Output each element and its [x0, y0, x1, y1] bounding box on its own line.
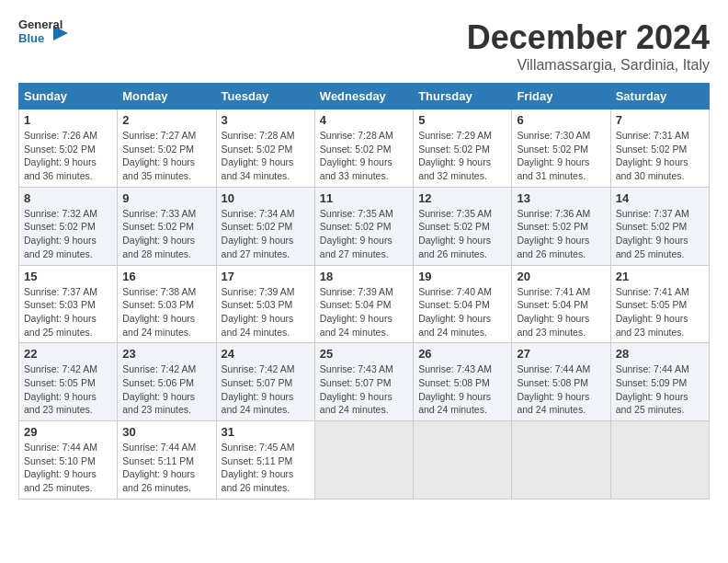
day-number: 28: [616, 347, 704, 361]
calendar-cell: 24Sunrise: 7:42 AM Sunset: 5:07 PM Dayli…: [216, 343, 314, 421]
logo: General Blue: [18, 18, 68, 57]
calendar-cell: 7Sunrise: 7:31 AM Sunset: 5:02 PM Daylig…: [610, 109, 709, 188]
calendar-cell: [512, 421, 610, 500]
day-number: 1: [24, 113, 112, 127]
day-info: Sunrise: 7:39 AM Sunset: 5:03 PM Dayligh…: [222, 285, 310, 339]
day-number: 14: [616, 191, 704, 205]
day-info: Sunrise: 7:37 AM Sunset: 5:03 PM Dayligh…: [24, 285, 112, 339]
calendar-cell: 27Sunrise: 7:44 AM Sunset: 5:08 PM Dayli…: [512, 343, 610, 421]
calendar-cell: 19Sunrise: 7:40 AM Sunset: 5:04 PM Dayli…: [414, 265, 512, 343]
calendar-cell: 12Sunrise: 7:35 AM Sunset: 5:02 PM Dayli…: [414, 187, 512, 265]
day-number: 4: [320, 113, 408, 127]
calendar-cell: 8Sunrise: 7:32 AM Sunset: 5:02 PM Daylig…: [19, 187, 118, 265]
day-number: 9: [122, 191, 210, 205]
calendar-cell: 31Sunrise: 7:45 AM Sunset: 5:11 PM Dayli…: [216, 421, 314, 500]
calendar-cell: 26Sunrise: 7:43 AM Sunset: 5:08 PM Dayli…: [414, 343, 512, 421]
day-number: 20: [517, 270, 605, 283]
calendar-cell: 1Sunrise: 7:26 AM Sunset: 5:02 PM Daylig…: [19, 109, 118, 188]
calendar-cell: 11Sunrise: 7:35 AM Sunset: 5:02 PM Dayli…: [314, 187, 413, 265]
day-info: Sunrise: 7:35 AM Sunset: 5:02 PM Dayligh…: [418, 207, 506, 261]
day-number: 13: [517, 191, 605, 205]
calendar-cell: 15Sunrise: 7:37 AM Sunset: 5:03 PM Dayli…: [19, 265, 118, 343]
day-number: 11: [320, 191, 408, 205]
calendar-header: SundayMondayTuesdayWednesdayThursdayFrid…: [19, 84, 710, 109]
day-number: 15: [24, 270, 112, 283]
day-info: Sunrise: 7:27 AM Sunset: 5:02 PM Dayligh…: [122, 129, 210, 183]
weekday-header-wednesday: Wednesday: [314, 84, 413, 109]
calendar-week-row: 22Sunrise: 7:42 AM Sunset: 5:05 PM Dayli…: [19, 343, 710, 421]
day-number: 8: [24, 191, 112, 205]
day-number: 22: [24, 347, 112, 361]
calendar-cell: 23Sunrise: 7:42 AM Sunset: 5:06 PM Dayli…: [118, 343, 216, 421]
day-info: Sunrise: 7:43 AM Sunset: 5:08 PM Dayligh…: [418, 362, 506, 417]
header-area: General Blue December 2024 Villamassargi…: [18, 18, 710, 74]
day-number: 31: [222, 425, 310, 439]
calendar-cell: 2Sunrise: 7:27 AM Sunset: 5:02 PM Daylig…: [118, 109, 216, 188]
day-info: Sunrise: 7:37 AM Sunset: 5:02 PM Dayligh…: [616, 207, 704, 261]
weekday-header-monday: Monday: [118, 84, 216, 109]
calendar-cell: 13Sunrise: 7:36 AM Sunset: 5:02 PM Dayli…: [512, 187, 610, 265]
calendar-cell: 30Sunrise: 7:44 AM Sunset: 5:11 PM Dayli…: [118, 421, 216, 500]
calendar-week-row: 29Sunrise: 7:44 AM Sunset: 5:10 PM Dayli…: [19, 421, 710, 500]
calendar-cell: 29Sunrise: 7:44 AM Sunset: 5:10 PM Dayli…: [19, 421, 118, 500]
calendar-cell: 14Sunrise: 7:37 AM Sunset: 5:02 PM Dayli…: [610, 187, 709, 265]
calendar-cell: 5Sunrise: 7:29 AM Sunset: 5:02 PM Daylig…: [414, 109, 512, 188]
day-number: 25: [320, 347, 408, 361]
day-info: Sunrise: 7:34 AM Sunset: 5:02 PM Dayligh…: [222, 207, 310, 261]
day-number: 21: [616, 270, 704, 283]
day-info: Sunrise: 7:28 AM Sunset: 5:02 PM Dayligh…: [320, 129, 408, 183]
day-info: Sunrise: 7:42 AM Sunset: 5:05 PM Dayligh…: [24, 362, 112, 417]
day-info: Sunrise: 7:40 AM Sunset: 5:04 PM Dayligh…: [418, 285, 506, 339]
calendar-cell: 16Sunrise: 7:38 AM Sunset: 5:03 PM Dayli…: [118, 265, 216, 343]
calendar-cell: 20Sunrise: 7:41 AM Sunset: 5:04 PM Dayli…: [512, 265, 610, 343]
calendar-cell: 21Sunrise: 7:41 AM Sunset: 5:05 PM Dayli…: [610, 265, 709, 343]
day-info: Sunrise: 7:28 AM Sunset: 5:02 PM Dayligh…: [222, 129, 310, 183]
day-number: 30: [122, 425, 210, 439]
day-info: Sunrise: 7:44 AM Sunset: 5:08 PM Dayligh…: [517, 362, 605, 417]
day-number: 2: [122, 113, 210, 127]
day-info: Sunrise: 7:39 AM Sunset: 5:04 PM Dayligh…: [320, 285, 408, 339]
day-number: 3: [222, 113, 310, 127]
day-info: Sunrise: 7:42 AM Sunset: 5:07 PM Dayligh…: [222, 362, 310, 417]
weekday-header-friday: Friday: [512, 84, 610, 109]
day-info: Sunrise: 7:38 AM Sunset: 5:03 PM Dayligh…: [122, 285, 210, 339]
day-info: Sunrise: 7:44 AM Sunset: 5:10 PM Dayligh…: [24, 441, 112, 495]
weekday-header-saturday: Saturday: [610, 84, 709, 109]
day-number: 17: [222, 270, 310, 283]
day-number: 5: [418, 113, 506, 127]
day-number: 19: [418, 270, 506, 283]
calendar-week-row: 8Sunrise: 7:32 AM Sunset: 5:02 PM Daylig…: [19, 187, 710, 265]
day-number: 18: [320, 270, 408, 283]
calendar-cell: 3Sunrise: 7:28 AM Sunset: 5:02 PM Daylig…: [216, 109, 314, 188]
day-info: Sunrise: 7:26 AM Sunset: 5:02 PM Dayligh…: [24, 129, 112, 183]
calendar-cell: 17Sunrise: 7:39 AM Sunset: 5:03 PM Dayli…: [216, 265, 314, 343]
calendar-cell: 18Sunrise: 7:39 AM Sunset: 5:04 PM Dayli…: [314, 265, 413, 343]
day-info: Sunrise: 7:31 AM Sunset: 5:02 PM Dayligh…: [616, 129, 704, 183]
day-number: 26: [418, 347, 506, 361]
title-area: December 2024 Villamassargia, Sardinia, …: [467, 18, 710, 74]
calendar-body: 1Sunrise: 7:26 AM Sunset: 5:02 PM Daylig…: [19, 109, 710, 500]
calendar-table: SundayMondayTuesdayWednesdayThursdayFrid…: [18, 83, 710, 500]
calendar-cell: 6Sunrise: 7:30 AM Sunset: 5:02 PM Daylig…: [512, 109, 610, 188]
logo-text-general: General: [18, 18, 51, 32]
day-info: Sunrise: 7:42 AM Sunset: 5:06 PM Dayligh…: [122, 362, 210, 417]
day-number: 27: [517, 347, 605, 361]
calendar-cell: 9Sunrise: 7:33 AM Sunset: 5:02 PM Daylig…: [118, 187, 216, 265]
day-info: Sunrise: 7:41 AM Sunset: 5:05 PM Dayligh…: [616, 285, 704, 339]
calendar-cell: 22Sunrise: 7:42 AM Sunset: 5:05 PM Dayli…: [19, 343, 118, 421]
calendar-cell: 25Sunrise: 7:43 AM Sunset: 5:07 PM Dayli…: [314, 343, 413, 421]
day-info: Sunrise: 7:45 AM Sunset: 5:11 PM Dayligh…: [222, 441, 310, 495]
day-info: Sunrise: 7:44 AM Sunset: 5:11 PM Dayligh…: [122, 441, 210, 495]
day-number: 23: [122, 347, 210, 361]
day-info: Sunrise: 7:36 AM Sunset: 5:02 PM Dayligh…: [517, 207, 605, 261]
weekday-header-thursday: Thursday: [414, 84, 512, 109]
day-number: 6: [517, 113, 605, 127]
calendar-cell: [414, 421, 512, 500]
day-number: 10: [222, 191, 310, 205]
day-info: Sunrise: 7:32 AM Sunset: 5:02 PM Dayligh…: [24, 207, 112, 261]
day-info: Sunrise: 7:33 AM Sunset: 5:02 PM Dayligh…: [122, 207, 210, 261]
location-subtitle: Villamassargia, Sardinia, Italy: [467, 57, 710, 74]
day-number: 7: [616, 113, 704, 127]
weekday-header-tuesday: Tuesday: [216, 84, 314, 109]
calendar-cell: 28Sunrise: 7:44 AM Sunset: 5:09 PM Dayli…: [610, 343, 709, 421]
